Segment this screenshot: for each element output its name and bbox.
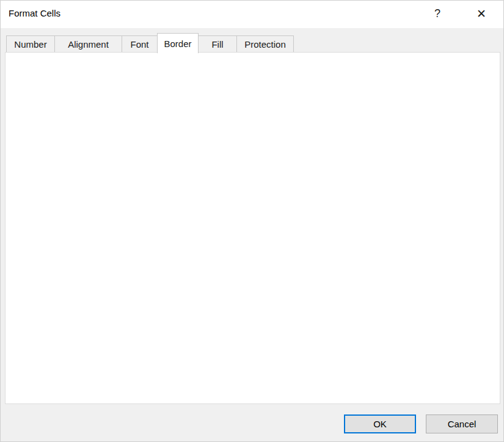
help-icon[interactable]: ? (423, 1, 451, 26)
close-icon[interactable]: ✕ (467, 1, 495, 26)
cancel-button[interactable]: Cancel (426, 414, 498, 433)
tab-number[interactable]: Number (6, 35, 55, 53)
tab-font[interactable]: Font (122, 35, 158, 53)
tab-protection[interactable]: Protection (236, 35, 294, 53)
title-bar: Format Cells ? ✕ (1, 1, 504, 28)
tab-border[interactable]: Border (157, 33, 199, 53)
ok-button[interactable]: OK (344, 414, 416, 433)
tab-fill[interactable]: Fill (198, 35, 237, 53)
tab-alignment[interactable]: Alignment (54, 35, 122, 53)
dialog-title: Format Cells (9, 8, 60, 18)
border-tab-page (5, 52, 500, 404)
format-cells-dialog: Format Cells ? ✕ Number Alignment Font B… (0, 0, 504, 442)
